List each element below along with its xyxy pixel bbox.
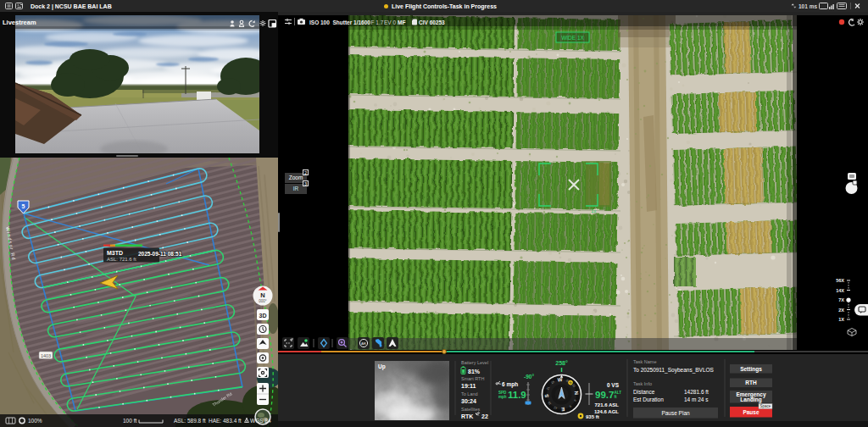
svg-text:ASL: 589.8 ft: ASL: 589.8 ft [174,418,206,424]
svg-text:CIV 60253: CIV 60253 [419,19,445,25]
svg-text:Task Info: Task Info [633,381,652,386]
svg-text:mph: mph [498,395,507,399]
svg-text:1X: 1X [838,317,844,322]
svg-text:S: S [544,394,549,398]
svg-text:000°: 000° [259,299,267,303]
svg-text:MF: MF [398,19,405,25]
svg-text:935 ft: 935 ft [586,414,599,419]
svg-text:14 m 24 s: 14 m 24 s [684,396,709,402]
svg-text:22: 22 [481,413,488,419]
svg-text:7X: 7X [838,297,844,302]
svg-text:124.6 AGL: 124.6 AGL [594,409,619,414]
svg-text:M3TD: M3TD [107,250,123,256]
svg-text:1x: 1x [591,208,596,214]
svg-text:AR: AR [361,341,366,346]
svg-text:30:24: 30:24 [461,398,476,404]
svg-text:To 20250911_Soybeans_BVLOS: To 20250911_Soybeans_BVLOS [633,367,715,374]
svg-text:Est Duration: Est Duration [633,396,664,402]
svg-text:6 mph: 6 mph [502,381,518,388]
svg-text:ASL: 721.6 ft: ASL: 721.6 ft [107,257,136,262]
svg-text:Landing: Landing [740,396,761,403]
svg-text:5: 5 [22,203,25,209]
svg-text:N: N [260,291,264,299]
svg-text:Battery Level: Battery Level [461,360,488,365]
svg-text:Pause Plan: Pause Plan [661,410,690,416]
svg-text:Settings: Settings [740,366,762,373]
svg-text:258°: 258° [555,360,568,366]
svg-text:1403: 1403 [41,353,51,358]
svg-text:F 1.7: F 1.7 [371,19,384,25]
svg-text:Distance: Distance [633,389,655,395]
svg-text:Satellites: Satellites [461,407,481,412]
svg-text:3D: 3D [259,313,267,319]
svg-text:56X: 56X [836,278,844,283]
svg-text:99.7: 99.7 [595,390,614,400]
svg-text:101 ms: 101 ms [798,3,817,9]
svg-text:ft: ft [615,395,617,399]
svg-text:11.9: 11.9 [508,390,526,400]
svg-text:14X: 14X [836,288,844,293]
svg-text:100 ft: 100 ft [123,418,136,424]
svg-text:W: W [558,377,564,383]
svg-text:0 VS: 0 VS [607,382,620,388]
svg-text:ISO 100 Shutter 1/1600: ISO 100 Shutter 1/1600 [309,19,370,25]
svg-text:E: E [561,407,565,412]
svg-text:81%: 81% [468,369,481,374]
svg-text:19:11: 19:11 [461,383,476,389]
svg-text:To Land: To Land [461,391,478,396]
svg-text:-90°: -90° [524,374,534,380]
svg-text:RTH: RTH [745,380,757,385]
svg-text:2025-09-11 08:51: 2025-09-11 08:51 [138,251,182,257]
svg-text:HAE: 483.4 ft: HAE: 483.4 ft [209,418,242,424]
svg-text:Space: Space [760,404,771,408]
svg-text:EV 0: EV 0 [384,19,396,25]
svg-text:Up: Up [378,363,386,370]
svg-text:N: N [574,391,579,395]
svg-text:WIDE 1X: WIDE 1X [561,35,584,41]
svg-text:RTK: RTK [461,413,473,419]
svg-text:WGS 84: WGS 84 [250,418,271,424]
svg-text:Task Name: Task Name [633,359,657,364]
svg-text:Pause: Pause [743,409,760,415]
svg-text:14281.6 ft: 14281.6 ft [684,389,709,395]
svg-text:2X: 2X [838,308,844,313]
svg-text:721.6 ASL: 721.6 ASL [595,402,620,408]
svg-text:100%: 100% [28,418,42,424]
svg-text:Smart RTH: Smart RTH [461,376,484,381]
